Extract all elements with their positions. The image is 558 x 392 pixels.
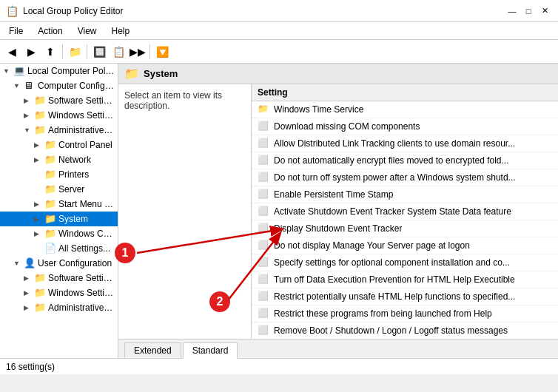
settings-row-html-help[interactable]: ⬜ Restrict potentially unsafe HTML Help … <box>252 288 558 305</box>
policy-icon: ⬜ <box>258 257 269 268</box>
settings-panel[interactable]: Setting 📁 Windows Time Service ⬜ Downloa… <box>252 84 558 339</box>
settings-row-shutdown-tracker[interactable]: ⬜ Activate Shutdown Event Tracker System… <box>252 203 558 220</box>
tree-label: Software Settings <box>48 273 115 283</box>
annotation-bubble-2: 2 <box>209 291 230 312</box>
tree-user-software-settings[interactable]: ▶ 📁 Software Settings <box>0 271 118 285</box>
back-button[interactable]: ◀ <box>3 43 21 61</box>
settings-row-timestamp[interactable]: ⬜ Enable Persistent Time Stamp <box>252 186 558 203</box>
close-button[interactable]: ✕ <box>537 5 552 17</box>
toolbar-sep-2 <box>87 44 87 59</box>
forward-button[interactable]: ▶ <box>22 43 40 61</box>
annotation-bubble-1: 1 <box>115 243 135 263</box>
panel-title: System <box>144 68 178 79</box>
menu-view[interactable]: View <box>72 24 103 38</box>
tree-toggle[interactable]: ▼ <box>24 126 34 134</box>
folder-icon: 📁 <box>44 213 56 225</box>
tree-admin-templates[interactable]: ▼ 📁 Administrative Te... <box>0 123 118 138</box>
policy-icon: ⬜ <box>258 155 269 166</box>
settings-row-com[interactable]: ⬜ Download missing COM components <box>252 118 558 135</box>
tree-toggle[interactable]: ▼ <box>3 67 13 75</box>
tree-server[interactable]: ▶ 📁 Server <box>0 182 118 197</box>
folder-icon: 📁 <box>44 228 56 240</box>
tree-toggle[interactable]: ▶ <box>24 289 34 297</box>
tree-label: Windows Setting... <box>48 110 115 121</box>
tree-label: Administrative Te... <box>48 303 115 313</box>
status-text: 16 setting(s) <box>6 362 55 372</box>
tree-software-settings[interactable]: ▶ 📁 Software Settings <box>0 93 118 108</box>
policy-icon: ⬜ <box>258 308 269 320</box>
minimize-button[interactable]: — <box>505 5 520 17</box>
menu-action[interactable]: Action <box>32 24 68 38</box>
settings-row-windows-time[interactable]: 📁 Windows Time Service <box>252 101 558 118</box>
tree-system[interactable]: ▶ 📁 System <box>0 212 118 226</box>
tree-toggle[interactable]: ▶ <box>34 156 44 163</box>
status-bar: 16 setting(s) <box>0 358 558 374</box>
menu-help[interactable]: Help <box>106 24 136 38</box>
tree-windows-settings[interactable]: ▶ 📁 Windows Setting... <box>0 108 118 123</box>
tree-control-panel[interactable]: ▶ 📁 Control Panel <box>0 138 118 152</box>
settings-row-encrypt[interactable]: ⬜ Do not automatically encrypt files mov… <box>252 152 558 169</box>
tree-toggle[interactable]: ▶ <box>34 230 44 237</box>
tree-computer-config[interactable]: ▼ 🖥 Computer Configura... <box>0 78 118 93</box>
tree-windows-components[interactable]: ▶ 📁 Windows Cor... <box>0 226 118 241</box>
tab-standard[interactable]: Standard <box>183 342 238 359</box>
tree-toggle[interactable]: ▼ <box>13 260 24 267</box>
tree-printers[interactable]: ▶ 📁 Printers <box>0 167 118 182</box>
document-icon: 📄 <box>44 243 56 254</box>
maximize-button[interactable]: □ <box>521 5 536 17</box>
help-button[interactable]: ▶▶ <box>129 43 147 61</box>
policy-icon: ⬜ <box>258 274 269 285</box>
menu-file[interactable]: File <box>3 24 29 38</box>
tree-network[interactable]: ▶ 📁 Network <box>0 152 118 167</box>
folder-icon: 📁 <box>44 139 56 151</box>
tree-toggle[interactable]: ▶ <box>24 304 34 311</box>
tree-toggle[interactable]: ▶ <box>24 112 34 119</box>
settings-row-dep[interactable]: ⬜ Turn off Data Execution Prevention for… <box>252 271 558 288</box>
settings-row-restrict-programs[interactable]: ⬜ Restrict these programs from being lau… <box>252 305 558 322</box>
up-button[interactable]: ⬆ <box>41 43 59 61</box>
folder-icon: 📁 <box>34 302 46 314</box>
show-hide-button[interactable]: 📁 <box>66 43 84 61</box>
tab-extended[interactable]: Extended <box>124 342 181 358</box>
right-header: 📁 System <box>118 64 558 84</box>
settings-header: Setting <box>252 84 558 101</box>
filter-button[interactable]: 🔽 <box>153 43 171 61</box>
tree-toggle[interactable]: ▶ <box>24 274 34 282</box>
tree-toggle[interactable]: ▶ <box>34 141 44 149</box>
tree-toggle[interactable]: ▶ <box>34 215 44 223</box>
header-folder-icon: 📁 <box>124 67 139 81</box>
tree-all-settings[interactable]: ▶ 📄 All Settings... <box>0 241 118 256</box>
tree-label: User Configuration <box>38 258 112 268</box>
tree-toggle[interactable]: ▼ <box>13 82 24 89</box>
settings-row-display-shutdown[interactable]: ⬜ Display Shutdown Event Tracker <box>252 220 558 237</box>
tree-user-admin-templates[interactable]: ▶ 📁 Administrative Te... <box>0 300 118 315</box>
settings-row-boot-messages[interactable]: ⬜ Remove Boot / Shutdown / Logon / Logof… <box>252 322 558 339</box>
tree-label: Server <box>58 184 84 195</box>
tree-toggle[interactable]: ▶ <box>24 97 34 104</box>
policy-icon: ⬜ <box>258 206 269 217</box>
settings-row-text: Restrict potentially unsafe HTML Help fu… <box>274 291 515 302</box>
tree-label: Start Menu an... <box>58 199 115 209</box>
settings-row-dlt[interactable]: ⬜ Allow Distributed Link Tracking client… <box>252 135 558 152</box>
new-window-button[interactable]: 🔲 <box>90 43 108 61</box>
tree-local-computer-policy[interactable]: ▼ 💻 Local Computer Policy <box>0 64 118 78</box>
tree-label: Computer Configura... <box>38 81 115 91</box>
settings-row-power[interactable]: ⬜ Do not turn off system power after a W… <box>252 169 558 186</box>
policy-icon: ⬜ <box>258 291 269 303</box>
tree-label: Windows Cor... <box>58 229 115 239</box>
folder-icon: 📁 <box>34 124 46 136</box>
settings-row-text: Do not automatically encrypt files moved… <box>274 155 509 166</box>
settings-row-server-page[interactable]: ⬜ Do not display Manage Your Server page… <box>252 237 558 254</box>
settings-row-text: Do not display Manage Your Server page a… <box>274 240 470 251</box>
folder-small-icon: 📁 <box>258 104 269 115</box>
policy-icon: ⬜ <box>258 138 269 149</box>
tree-toggle[interactable]: ▶ <box>34 200 44 208</box>
tree-start-menu[interactable]: ▶ 📁 Start Menu an... <box>0 197 118 212</box>
title-bar-controls: — □ ✕ <box>505 5 552 17</box>
user-icon: 👤 <box>24 257 36 269</box>
policy-icon: ⬜ <box>258 189 269 200</box>
tree-user-config[interactable]: ▼ 👤 User Configuration <box>0 256 118 271</box>
properties-button[interactable]: 📋 <box>110 43 127 61</box>
tree-user-windows-settings[interactable]: ▶ 📁 Windows Setting... <box>0 285 118 300</box>
settings-row-optional-components[interactable]: ⬜ Specify settings for optional componen… <box>252 254 558 271</box>
